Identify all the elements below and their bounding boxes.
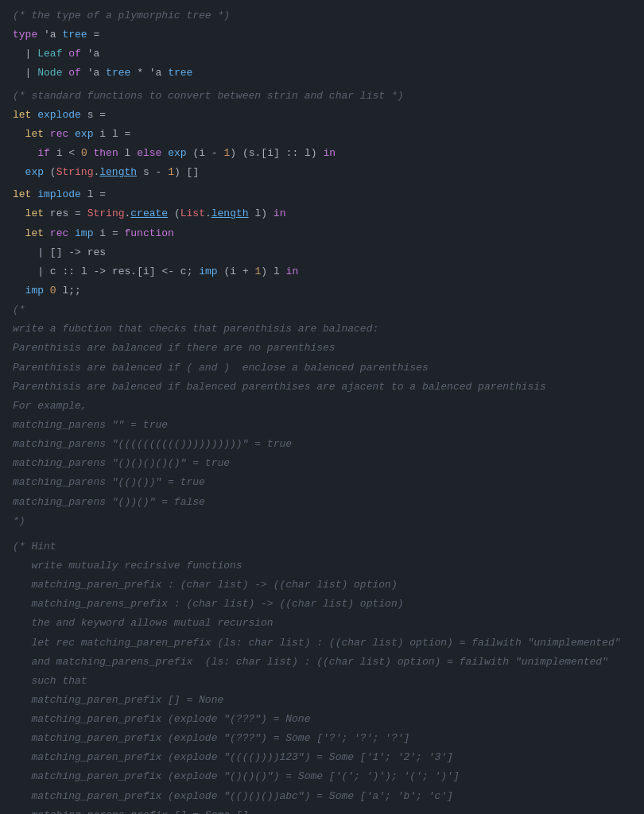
code-line: Parenthisis are balenced if ( and ) encl… <box>0 359 644 378</box>
code-line: exp (String.length s - 1) [] <box>0 163 644 182</box>
code-line: matching_paren_prefix (explode "(???") =… <box>0 710 644 729</box>
code-line: let rec exp i l = <box>0 125 644 144</box>
code-line: matching_parens "(()())" = true <box>0 473 644 492</box>
code-line: Parenthisis are balanced if there are no… <box>0 339 644 358</box>
code-line: matching_paren_prefix (explode "(()()())… <box>0 787 644 806</box>
code-line: (* standard functions to convert between… <box>0 87 644 106</box>
code-line: let res = String.create (List.length l) … <box>0 204 644 223</box>
code-line: matching_paren_prefix (explode "()()()")… <box>0 767 644 786</box>
code-line: let explode s = <box>0 106 644 125</box>
code-line: write mutually recirsive functions <box>0 556 644 576</box>
code-line: matching_paren_prefix (explode "(((())))… <box>0 748 644 767</box>
code-line: matching_parens "" = true <box>0 416 644 435</box>
code-line: let rec matching_paren_prefix (ls: char … <box>0 634 644 653</box>
code-line: matching_parens "(((((((((())))))))))" =… <box>0 435 644 454</box>
code-line: matching_paren_prefix [] = None <box>0 691 644 710</box>
code-line: such that <box>0 672 644 691</box>
code-line: matching_paren_prefix (explode "(???") =… <box>0 729 644 748</box>
code-line: and matching_parens_prefix (ls: char lis… <box>0 653 644 672</box>
code-line: | Leaf of 'a <box>0 45 644 64</box>
code-line: matching_parens_prefix [] = Some [] <box>0 806 644 814</box>
code-line: (* <box>0 300 644 320</box>
code-line: matching_parens_prefix : (char list) -> … <box>0 595 644 614</box>
code-line: matching_parens "()()()()()" = true <box>0 454 644 473</box>
code-line: matching_paren_prefix : (char list) -> (… <box>0 576 644 595</box>
code-line: let implode l = <box>0 185 644 204</box>
code-line: | c :: l -> res.[i] <- c; imp (i + 1) l … <box>0 262 644 281</box>
code-line: For example, <box>0 397 644 416</box>
code-line: type 'a tree = <box>0 25 644 45</box>
code-line: write a fubction that checks that parent… <box>0 320 644 339</box>
code-line: | [] -> res <box>0 243 644 262</box>
code-line: Parenthisis are balenced if balenced par… <box>0 378 644 397</box>
code-line: if i < 0 then l else exp (i - 1) (s.[i] … <box>0 144 644 163</box>
code-line: imp 0 l;; <box>0 281 644 300</box>
code-line: (* the type of a plymorphic tree *) <box>0 6 644 25</box>
code-line: let rec imp i = function <box>0 224 644 243</box>
code-line: (* Hint <box>0 537 644 556</box>
code-line: the and keyword allows mutual recursion <box>0 614 644 633</box>
code-line: matching_parens "())()" = false <box>0 493 644 512</box>
code-line: *) <box>0 512 644 531</box>
code-editor: (* the type of a plymorphic tree *) type… <box>0 0 644 814</box>
code-line: | Node of 'a tree * 'a tree <box>0 64 644 83</box>
